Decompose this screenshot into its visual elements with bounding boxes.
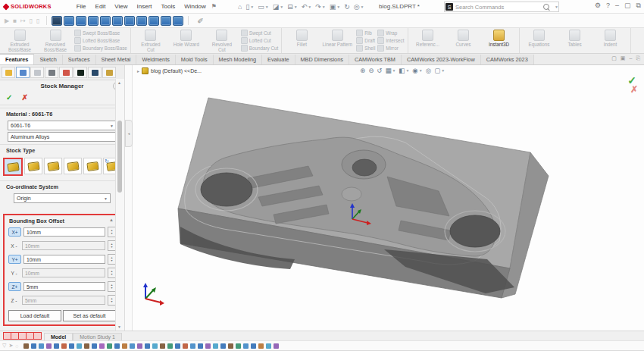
chevron-down-icon[interactable]: ▼ (308, 5, 311, 9)
file-properties-icon[interactable]: ◎▼ (352, 3, 366, 11)
property-manager-tab[interactable] (16, 67, 30, 78)
print-icon[interactable]: ⊟▼ (286, 3, 299, 11)
ribbon-button-instant3d[interactable]: Instant3D (483, 28, 516, 53)
bounding-box-offset-header[interactable]: Bounding Box Offset▲ (6, 217, 118, 227)
ribbon-button-revolved-boss-base[interactable]: Revolved Boss/Base (39, 28, 72, 53)
sketch-tool-icon-6[interactable] (61, 343, 67, 349)
menu-view[interactable]: View (111, 2, 131, 11)
select-arrow-icon[interactable]: ➤ (8, 343, 13, 349)
camworks-tool-icon-7[interactable] (124, 16, 135, 26)
ribbon-button-revolved-cut[interactable]: Revolved Cut (205, 28, 239, 53)
new-document-icon[interactable]: ▯▼ (244, 3, 255, 11)
save-icon[interactable]: ◪▼ (271, 3, 285, 11)
home-icon[interactable]: ⌂ (236, 3, 243, 11)
stock-bounding-box-icon[interactable] (3, 158, 23, 176)
sketch-tool-icon-4[interactable] (46, 343, 52, 349)
chevron-down-icon[interactable]: ▼ (322, 5, 326, 9)
sketch-tool-icon-29[interactable] (236, 343, 241, 349)
ribbon-button-fillet[interactable]: Fillet (285, 28, 318, 53)
ok-check-icon[interactable]: ✓ (6, 93, 12, 102)
display-style-icon[interactable]: ◉▼ (412, 67, 422, 74)
ribbon-button-draft[interactable]: Draft (356, 37, 375, 44)
stock-rectangular-plate-icon[interactable] (83, 158, 102, 174)
menu-insert[interactable]: Insert (133, 2, 156, 11)
sketch-tool-icon-7[interactable] (69, 343, 74, 349)
sketch-tool-icon-11[interactable] (99, 343, 105, 349)
material-section-header[interactable]: Material : 6061-T6▲ (0, 108, 124, 119)
zoom-to-fit-icon[interactable]: ⊕ (360, 67, 365, 74)
menu-edit[interactable]: Edit (92, 2, 110, 11)
model-3d-scene[interactable] (133, 65, 634, 331)
ribbon-button-extruded-cut[interactable]: Extruded Cut (134, 28, 167, 53)
camworks-tool-icon-4[interactable] (88, 16, 98, 26)
filter-icon[interactable]: ▽ (2, 343, 6, 349)
tree-expand-icon[interactable]: ▸ (137, 68, 139, 74)
chevron-down-icon[interactable]: ▼ (392, 68, 395, 73)
camworks-tool-icon-3[interactable] (76, 16, 86, 26)
sketch-tool-icon-16[interactable] (137, 343, 142, 349)
tab-camworks-2023[interactable]: CAMWorks 2023 (481, 55, 534, 64)
sketch-tool-icon-2[interactable] (31, 343, 36, 349)
scroll-down-icon[interactable]: ▼ (117, 324, 121, 329)
camworks-tool-icon-10[interactable] (161, 16, 171, 26)
help-icon[interactable]: ? (606, 2, 610, 10)
ribbon-button-hole-wizard[interactable]: Hole Wizard (170, 28, 203, 53)
stop-icon[interactable]: ■ (11, 17, 18, 24)
sketch-tool-icon-20[interactable] (167, 343, 173, 349)
camworks-tool-icon-11[interactable] (173, 16, 183, 26)
tab-weldments[interactable]: Weldments (136, 55, 175, 64)
ribbon-button-referenc-[interactable]: Referenc... (411, 28, 445, 53)
sketch-tool-icon-1[interactable] (23, 343, 29, 349)
panel-scrollbar[interactable]: ▲ ▼ (115, 79, 124, 331)
chevron-down-icon[interactable]: ▼ (405, 68, 409, 73)
panel-splitter[interactable]: ◂ (125, 65, 133, 331)
expand-pane-icon[interactable]: ▢ (611, 55, 617, 61)
sketch-tool-icon-18[interactable] (152, 343, 158, 349)
ribbon-button-extruded-boss-base[interactable]: Extruded Boss/Base (3, 28, 36, 53)
tab-scroll-cell[interactable] (33, 332, 42, 340)
ribbon-button-intersect[interactable]: Intersect (377, 37, 404, 44)
tab-features[interactable]: Features (0, 54, 34, 64)
sketch-tool-icon-27[interactable] (220, 343, 226, 349)
sketch-tool-icon-13[interactable] (114, 343, 120, 349)
sketch-tool-icon-28[interactable] (228, 343, 233, 349)
sketch-tool-icon-8[interactable] (77, 343, 82, 349)
detach-pane-icon[interactable]: ⎘ (636, 55, 640, 61)
tab-surfaces[interactable]: Surfaces (63, 55, 96, 64)
camworks-feature-tree-tab[interactable] (2, 67, 15, 78)
options-gear-icon[interactable]: ⚙ (595, 2, 601, 10)
rebuild-icon[interactable]: ↻ (342, 3, 352, 11)
minimize-pane-icon[interactable]: – (629, 55, 632, 61)
camworks-tool-icon-2[interactable] (64, 16, 74, 26)
ribbon-button-lofted-boss-base[interactable]: Lofted Boss/Base (74, 37, 127, 44)
ribbon-button-lofted-cut[interactable]: Lofted Cut (241, 37, 279, 44)
camworks-operation-tree-tab[interactable] (73, 67, 87, 78)
restore-icon[interactable]: ▢ (624, 2, 631, 10)
sketch-tool-icon-5[interactable] (54, 343, 59, 349)
section-view-icon[interactable]: ▦▼ (385, 67, 395, 74)
sketch-tool-icon-31[interactable] (251, 343, 256, 349)
configuration-manager-tab[interactable] (30, 67, 44, 78)
lasso-icon[interactable]: ◌ (15, 343, 18, 349)
sketch-tool-icon-14[interactable] (122, 343, 127, 349)
window-stack-icon[interactable]: ⧉ (636, 2, 641, 10)
chevron-down-icon[interactable]: ▼ (336, 5, 340, 9)
page2-icon[interactable]: ▯ (35, 17, 41, 24)
filter-tab[interactable] (102, 67, 116, 78)
offset-value-input[interactable]: 10mm (23, 255, 105, 264)
sketch-tool-icon-32[interactable] (258, 343, 264, 349)
redo-icon[interactable]: ↷▼ (314, 3, 327, 11)
dimxpert-manager-tab[interactable] (45, 67, 58, 78)
chevron-down-icon[interactable]: ▼ (265, 5, 269, 9)
chevron-down-icon[interactable]: ▼ (361, 5, 364, 9)
stock-extruded-sketch-icon[interactable] (44, 158, 62, 174)
menu-file[interactable]: File (73, 2, 90, 11)
step-icon[interactable]: ↦ (19, 17, 27, 24)
sketch-tool-icon-24[interactable] (198, 343, 203, 349)
collapse-pane-icon[interactable]: ▣ (621, 55, 626, 61)
load-default-button[interactable]: Load default (8, 310, 61, 321)
tab-camworks-tbm[interactable]: CAMWorks TBM (349, 55, 402, 64)
select-icon[interactable]: ▣▼ (328, 3, 342, 11)
tab-mesh-modeling[interactable]: Mesh Modeling (214, 55, 262, 64)
stock-type-section-header[interactable]: Stock Type▲ (0, 144, 124, 155)
